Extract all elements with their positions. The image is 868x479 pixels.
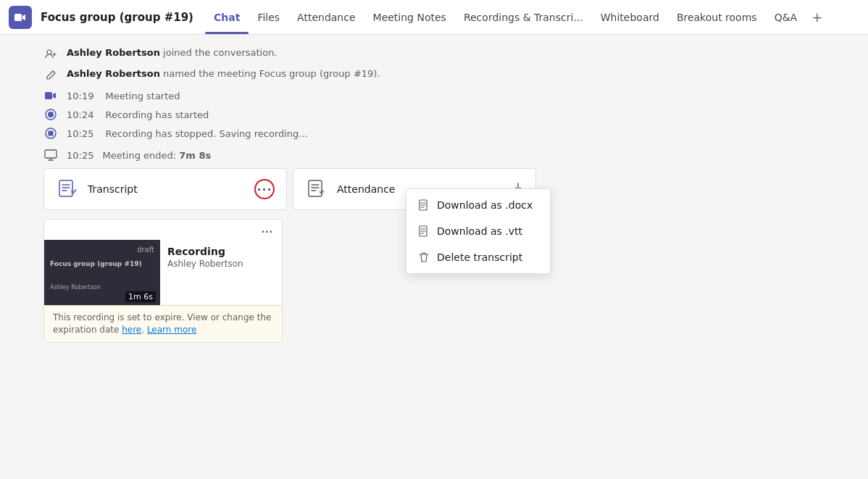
add-tab-button[interactable]: +: [806, 0, 828, 34]
thumbnail-draft-text: draft: [137, 246, 154, 254]
person-add-icon: [43, 47, 58, 62]
event-meeting-started: 10:19 Meeting started: [43, 88, 868, 103]
record-start-icon: [43, 107, 58, 122]
thumbnail-meeting-name: Focus group (group #19): [50, 260, 142, 267]
dropdown-delete-label: Delete transcript: [437, 251, 522, 263]
doc-icon-1: [418, 199, 430, 211]
nav-tabs: Chat Files Attendance Meeting Notes Reco…: [205, 0, 828, 34]
svg-rect-6: [49, 131, 54, 136]
tab-recordings[interactable]: Recordings & Transcri...: [455, 0, 592, 34]
system-message-named: Ashley Robertson named the meeting Focus…: [43, 67, 868, 83]
attendance-icon: [305, 178, 328, 201]
event-recording-stopped: 10:25 Recording has stopped. Saving reco…: [43, 126, 868, 141]
recording-expiry-sep: .: [141, 325, 147, 335]
joined-message-text: Ashley Robertson joined the conversation…: [67, 46, 277, 59]
dropdown-delete-transcript[interactable]: Delete transcript: [406, 244, 550, 270]
recording-title: Recording: [167, 246, 275, 257]
meeting-ended-row: 10:25 Meeting ended: 7m 8s: [43, 148, 868, 162]
dropdown-download-docx[interactable]: Download as .docx: [406, 192, 550, 218]
tab-whiteboard[interactable]: Whiteboard: [592, 0, 668, 34]
transcript-label: Transcript: [88, 183, 138, 195]
pencil-icon: [43, 68, 58, 83]
recording-more-button[interactable]: ···: [259, 224, 276, 240]
transcript-more-button[interactable]: ···: [254, 179, 275, 199]
recording-card[interactable]: ··· draft Focus group (group #19) Ashley…: [43, 219, 283, 343]
svg-point-4: [48, 112, 54, 117]
recording-card-header: ···: [44, 220, 282, 240]
dropdown-download-vtt[interactable]: Download as .vtt: [406, 218, 550, 244]
dropdown-docx-label: Download as .docx: [437, 199, 533, 211]
tab-qna[interactable]: Q&A: [766, 0, 806, 34]
event-time-2: 10:24: [67, 109, 93, 120]
svg-marker-9: [70, 189, 76, 195]
recording-thumbnail: draft Focus group (group #19) Ashley Rob…: [44, 240, 160, 305]
event-text-2: Recording has started: [105, 109, 209, 120]
event-text-3: Recording has stopped. Saving recording.…: [105, 128, 307, 139]
transcript-icon: [56, 178, 79, 201]
video-camera-icon: [43, 88, 58, 103]
trash-icon: [418, 251, 430, 263]
transcript-card[interactable]: Transcript ···: [43, 168, 287, 210]
recording-learn-more-link[interactable]: Learn more: [147, 325, 196, 335]
event-recording-started: 10:24 Recording has started: [43, 107, 868, 122]
doc-icon-2: [418, 225, 430, 237]
event-time-3: 10:25: [67, 128, 93, 139]
svg-rect-0: [14, 14, 22, 21]
app-icon: [9, 6, 32, 29]
event-text-1: Meeting started: [105, 91, 180, 101]
tab-breakout-rooms[interactable]: Breakout rooms: [668, 0, 766, 34]
attendance-label: Attendance: [337, 183, 395, 195]
record-stop-icon: [43, 126, 58, 141]
recording-body: draft Focus group (group #19) Ashley Rob…: [44, 240, 282, 305]
system-message-joined: Ashley Robertson joined the conversation…: [43, 46, 868, 62]
tab-chat[interactable]: Chat: [205, 0, 249, 34]
named-message-text: Ashley Robertson named the meeting Focus…: [67, 67, 380, 80]
svg-rect-2: [45, 92, 52, 99]
meeting-ended-label: Meeting ended: 7m 8s: [102, 150, 211, 161]
svg-rect-7: [45, 150, 57, 158]
recording-footer: This recording is set to expire. View or…: [44, 305, 282, 342]
recording-duration: 1m 6s: [125, 291, 156, 302]
recording-expiry-link[interactable]: here: [122, 325, 141, 335]
dropdown-vtt-label: Download as .vtt: [437, 225, 522, 237]
tab-files[interactable]: Files: [249, 0, 288, 34]
dropdown-menu: Download as .docx Download as .vtt Delet…: [406, 188, 551, 274]
meeting-title: Focus group (group #19): [41, 11, 193, 24]
event-time-1: 10:19: [67, 91, 93, 101]
tab-attendance[interactable]: Attendance: [288, 0, 364, 34]
svg-point-1: [47, 50, 51, 54]
thumbnail-names: Ashley Robertson: [50, 284, 101, 291]
recording-info: Recording Ashley Robertson: [160, 240, 282, 305]
monitor-icon: [43, 148, 58, 162]
tab-meeting-notes[interactable]: Meeting Notes: [364, 0, 455, 34]
title-bar: Focus group (group #19) Chat Files Atten…: [0, 0, 868, 35]
meeting-ended-time: 10:25: [67, 150, 93, 161]
recording-author: Ashley Robertson: [167, 259, 275, 269]
